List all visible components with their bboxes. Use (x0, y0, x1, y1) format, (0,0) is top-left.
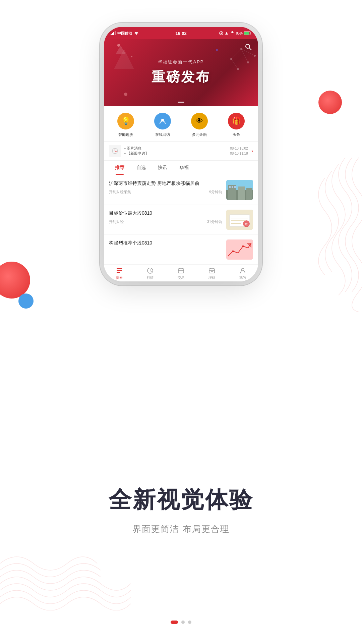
page-dots (171, 621, 191, 624)
phone-mockup: 中国移动 16:02 85% (104, 27, 258, 281)
menu-label-headline: 头条 (233, 132, 240, 137)
menu-label-multi-finance: 多元金融 (192, 132, 207, 137)
news-source-2: 开利财经 (109, 219, 124, 224)
news-thumb-3 (226, 239, 253, 260)
banner: 华福证券新一代APP 重磅发布 (104, 39, 258, 106)
nav-label-explore: 探索 (116, 275, 123, 280)
smart-stock-icon: 💡 (117, 113, 134, 129)
ticker-arrow-icon[interactable]: › (251, 148, 253, 154)
news-title-2: 目标价位最大股0810 (109, 210, 222, 217)
nav-item-finance[interactable]: 理财 (196, 267, 227, 280)
nav-label-market: 行情 (147, 275, 154, 280)
news-thumb-2: 股 (226, 210, 253, 230)
nav-finance-icon (208, 267, 216, 274)
nav-label-finance: 理财 (208, 275, 215, 280)
ticker-time-2: 08-10 11:18 (230, 152, 248, 155)
news-title-3: 构强烈推荐个股0810 (109, 239, 222, 247)
news-item-3[interactable]: 构强烈推荐个股0810 (104, 235, 258, 265)
decorative-circle-red-top (318, 91, 342, 114)
wave-decoration-right (305, 154, 362, 315)
tab-recommend[interactable]: 推荐 (109, 161, 130, 175)
search-button[interactable] (244, 42, 253, 52)
svg-point-6 (221, 33, 222, 34)
svg-rect-47 (178, 269, 184, 273)
svg-rect-28 (246, 188, 252, 200)
svg-rect-39 (226, 239, 253, 260)
svg-rect-9 (244, 32, 249, 35)
page-dot-2[interactable] (181, 621, 185, 624)
nav-explore-icon (116, 267, 123, 274)
tab-huafu[interactable]: 华福 (173, 161, 195, 175)
news-meta-1: 开利财经采集 9分钟前 (109, 190, 222, 195)
svg-point-42 (242, 246, 244, 247)
svg-rect-2 (113, 32, 114, 35)
tab-flash[interactable]: 快讯 (152, 161, 173, 175)
svg-rect-49 (209, 269, 215, 273)
content-tabs: 推荐 自选 快讯 华福 (104, 161, 258, 175)
ticker-item-2: • 【新股申购】 08-10 11:18 (124, 151, 248, 156)
ticker-text-2: • 【新股申购】 (124, 151, 149, 156)
status-bar: 中国移动 16:02 85% (104, 27, 258, 39)
status-right: 85% (219, 31, 251, 35)
nav-item-trade[interactable]: 交易 (166, 267, 196, 280)
nav-item-explore[interactable]: 探索 (104, 267, 135, 280)
decorative-circle-blue (18, 293, 34, 309)
page-dot-1[interactable] (171, 621, 178, 624)
main-title: 全新视觉体验 (109, 485, 253, 515)
svg-point-4 (136, 34, 137, 35)
quick-menu: 💡 智能选股 在线回访 👁 多元金融 🎁 头条 (104, 106, 258, 142)
news-time-2: 31分钟前 (207, 219, 222, 224)
nav-trade-icon (177, 267, 185, 274)
online-visit-icon (154, 113, 171, 129)
sub-title: 界面更简洁 布局更合理 (132, 523, 229, 535)
ticker-content: • 图片消息 08-10 15:02 • 【新股申购】 08-10 11:18 (124, 146, 248, 156)
page-dot-3[interactable] (188, 621, 191, 624)
ticker-icon (109, 145, 121, 157)
news-title-1: 沪深两市维持震荡走势 房地产板块涨幅居前 (109, 180, 222, 187)
decorative-circle-red-left (0, 262, 30, 299)
menu-label-smart-stock: 智能选股 (118, 132, 133, 137)
menu-label-online-visit: 在线回访 (155, 132, 170, 137)
news-thumb-1 (226, 180, 253, 200)
svg-line-18 (248, 56, 255, 62)
news-list: 沪深两市维持震荡走势 房地产板块涨幅居前 开利财经采集 9分钟前 (104, 175, 258, 265)
menu-item-online-visit[interactable]: 在线回访 (154, 113, 171, 137)
banner-page-indicator (178, 102, 184, 103)
svg-rect-27 (238, 186, 245, 200)
nav-item-mine[interactable]: 我的 (227, 267, 258, 280)
carrier-signal: 中国移动 (111, 31, 139, 36)
phone-frame: 中国移动 16:02 85% (104, 27, 258, 281)
menu-item-multi-finance[interactable]: 👁 多元金融 (191, 113, 208, 137)
svg-point-20 (246, 44, 250, 48)
news-source-1: 开利财经采集 (109, 190, 131, 195)
svg-rect-45 (117, 272, 120, 273)
svg-text:股: 股 (245, 223, 248, 226)
news-item-2[interactable]: 目标价位最大股0810 开利财经 31分钟前 股 (104, 205, 258, 235)
ticker-text-1: • 图片消息 (124, 146, 141, 151)
news-ticker: • 图片消息 08-10 15:02 • 【新股申购】 08-10 11:18 … (104, 142, 258, 161)
svg-rect-1 (112, 33, 113, 35)
svg-point-41 (232, 251, 234, 252)
ticker-item-1: • 图片消息 08-10 15:02 (124, 146, 248, 151)
bottom-nav: 探索 行情 交易 (104, 265, 258, 281)
nav-market-icon (146, 267, 154, 274)
nav-label-mine: 我的 (239, 275, 246, 280)
svg-rect-29 (229, 186, 231, 188)
svg-rect-0 (111, 34, 112, 35)
menu-item-smart-stock[interactable]: 💡 智能选股 (117, 113, 134, 137)
bottom-section: 全新视觉体验 界面更简洁 布局更合理 (0, 356, 362, 644)
svg-rect-43 (117, 268, 122, 269)
nav-item-market[interactable]: 行情 (135, 267, 166, 280)
news-meta-2: 开利财经 31分钟前 (109, 219, 222, 224)
news-content-3: 构强烈推荐个股0810 (109, 239, 222, 260)
svg-rect-30 (232, 186, 233, 188)
svg-rect-44 (117, 270, 122, 271)
svg-rect-31 (234, 186, 236, 188)
menu-item-headline[interactable]: 🎁 头条 (228, 113, 245, 137)
multi-finance-icon: 👁 (191, 113, 208, 129)
status-time: 16:02 (175, 31, 186, 36)
svg-line-21 (249, 48, 251, 50)
news-item-1[interactable]: 沪深两市维持震荡走势 房地产板块涨幅居前 开利财经采集 9分钟前 (104, 175, 258, 205)
headline-icon: 🎁 (228, 113, 245, 129)
tab-watchlist[interactable]: 自选 (130, 161, 152, 175)
